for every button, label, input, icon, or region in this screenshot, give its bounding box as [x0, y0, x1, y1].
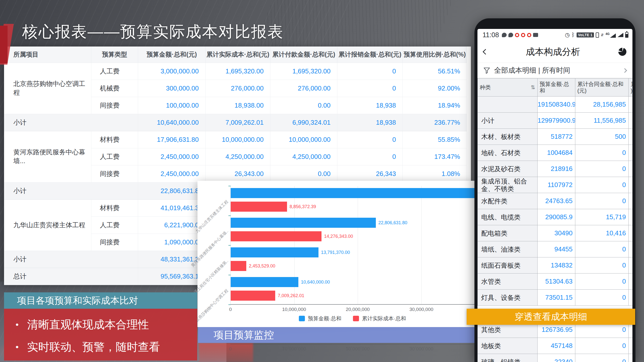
- axis-tick-label: 20,000,000: [346, 307, 370, 312]
- category-cell: 水管类: [478, 274, 538, 290]
- chevron-right-icon: [622, 68, 627, 73]
- cost-table-row[interactable]: 玻璃、铝镜类223400: [478, 354, 633, 362]
- row-label: 小计: [4, 114, 138, 131]
- cost-table-row[interactable]: 地板类4571480: [478, 338, 633, 354]
- legend-swatch-red: [353, 316, 359, 321]
- contract-amount-cell: 11,556,985: [575, 113, 629, 129]
- contract-amount-cell: 0: [575, 161, 629, 177]
- bullet-item: • 清晰直观体现成本合理性: [16, 317, 192, 332]
- table-row: 黄河东路便民服务中心幕墙...材料费17,906,631.8010,000,00…: [4, 131, 467, 148]
- clipped-cell: [629, 354, 633, 362]
- project-name-cell: 九华山庄贵宾楼主体工程: [4, 199, 91, 251]
- cost-table-row[interactable]: 集成吊顶、铝合金、不锈类11079720: [478, 177, 633, 193]
- cost-table-row[interactable]: 电线、电缆类290085.915,719: [478, 209, 633, 225]
- value-cell: 2,450,000.00: [138, 165, 206, 182]
- bar-value-label: 7,009,262.01: [278, 291, 304, 301]
- clipped-cell: [629, 241, 633, 257]
- contract-amount-cell: 0: [575, 338, 629, 354]
- cost-table-row[interactable]: 地砖、石材类10046840: [478, 145, 633, 161]
- contract-amount-cell: 10,416: [575, 225, 629, 241]
- clipped-cell: [629, 274, 633, 290]
- category-cell: 地板类: [478, 338, 538, 354]
- budget-bar: [231, 218, 376, 228]
- value-cell: 92.00%: [403, 80, 467, 97]
- value-cell: 1,695,320.00: [270, 63, 337, 80]
- filter-row[interactable]: 全部成本明细 | 所有时间: [477, 63, 632, 78]
- chart-caption-bar: 项目预算监控: [198, 327, 474, 343]
- actual-cost-bar: [231, 291, 275, 301]
- bullet-text: 实时联动、预警，随时查看: [27, 340, 160, 354]
- budget-amount-cell: 22340: [538, 354, 575, 362]
- value-cell: 7,009,262.01: [206, 114, 270, 131]
- axis-tick: [228, 215, 231, 216]
- legend-label: 预算金额·总和: [308, 315, 341, 322]
- cost-table-row[interactable]: 配电箱类3049010,416: [478, 225, 633, 241]
- page-title: 核心报表——预算实际成本对比报表: [22, 21, 284, 42]
- contract-amount-cell: 0: [575, 257, 629, 274]
- axis-tick: [228, 186, 231, 186]
- contract-amount-cell: 0: [575, 177, 629, 193]
- wechat-icon: [502, 33, 507, 37]
- value-cell: 10,640,000.00: [138, 114, 206, 131]
- budget-amount-cell: 129979900.94: [538, 113, 575, 129]
- cost-table-row[interactable]: 水配件类24763.650: [478, 193, 633, 209]
- chart-legend: 预算金额·总和 累计实际成本·总和: [230, 315, 474, 322]
- value-cell: 18,938.00: [206, 97, 270, 114]
- data-arrows-icon: ⇵: [601, 33, 604, 37]
- budget-amount-cell: 191508340.94: [538, 97, 575, 113]
- chart-plot-area: 九华山庄贵宾楼主体工程黄河东路便民服务中心幕墙..兰溪上苑住宅小区精装修第..北…: [230, 186, 474, 305]
- highlights-box: • 清晰直观体现成本合理性 • 实时联动、预警，随时查看: [4, 309, 197, 360]
- bar-value-label: 10,640,000.00: [301, 277, 330, 287]
- signal-icon-2: [618, 33, 623, 37]
- cost-table-row[interactable]: 木材、板材类518772500: [478, 129, 633, 145]
- category-cell: 地砖、石材类: [478, 145, 538, 161]
- axis-tick-label-mirrored: 30,000,000: [409, 346, 433, 351]
- clipped-cell: [629, 209, 633, 225]
- column-header: 累计实际成本·总和(元): [206, 47, 270, 63]
- cost-table-row[interactable]: 灯具、设备类73501.150: [478, 290, 633, 306]
- cost-table-row[interactable]: 水管类51304.630: [478, 274, 633, 290]
- back-chevron-icon[interactable]: [483, 49, 489, 55]
- clipped-cell: [629, 338, 633, 354]
- value-cell: 95,569,363.1: [138, 268, 206, 285]
- clipped-cell: [629, 145, 633, 161]
- cost-table-header-row: 种类 ⇅ 预算金额·总和 累计合同金额·总和(元) 累 ): [478, 78, 633, 97]
- notification-ring-icon: [521, 33, 525, 37]
- bullet-item: • 实时联动、预警，随时查看: [16, 340, 192, 354]
- gridline: [358, 186, 358, 304]
- value-cell: 276,000.00: [270, 80, 337, 97]
- value-cell: 22,806,631.8: [138, 182, 206, 199]
- axis-tick-label: 30,000,000: [409, 307, 433, 312]
- axis-tick-label-mirrored: 0: [229, 346, 232, 351]
- cost-table-row[interactable]: 纸面石膏板类1348320: [478, 257, 633, 274]
- page-header-title: 成本构成分析: [526, 46, 580, 58]
- actual-cost-bar: [231, 261, 246, 271]
- axis-tick-label-mirrored: 10,000,000: [282, 346, 306, 351]
- budget-type-cell: 人工费: [91, 148, 138, 165]
- cost-table-row[interactable]: 墙纸、油漆类944550: [478, 241, 633, 257]
- category-cell: 纸面石膏板类: [478, 257, 538, 274]
- cost-table-row[interactable]: 小计129979900.9411,556,985: [478, 113, 633, 129]
- legend-item-actual: 累计实际成本·总和: [353, 315, 406, 322]
- axis-tick: [228, 304, 231, 305]
- contract-amount-cell: 0: [575, 274, 629, 290]
- budget-amount-cell: 518772: [538, 129, 575, 145]
- wechat-icon: [508, 33, 513, 37]
- pie-chart-icon[interactable]: [618, 48, 626, 56]
- budget-amount-cell: 94455: [538, 241, 575, 257]
- value-cell: 3,000,000.00: [138, 63, 206, 80]
- sort-icon[interactable]: ⇅: [531, 84, 535, 91]
- funnel-icon: [484, 67, 490, 74]
- column-header: 累 ): [629, 78, 633, 97]
- chart-reflection: 010,000,00020,000,00030,000,000: [230, 344, 474, 354]
- column-header: 种类 ⇅: [478, 78, 538, 97]
- value-cell: 276,000.00: [206, 80, 270, 97]
- table-row-subtotal: 小计10,640,000.007,009,262.016,990,324.011…: [4, 114, 467, 131]
- budget-type-cell: 间接费: [91, 97, 138, 114]
- cost-table-row[interactable]: 水泥及砂石类2189160: [478, 161, 633, 177]
- bluetooth-icon: ᛒ: [572, 32, 575, 38]
- table-row: 北京燕莎购物中心空调工程人工费3,000,000.001,695,320.001…: [4, 63, 467, 80]
- value-cell: 4,250,000.00: [270, 148, 337, 165]
- cost-table-row[interactable]: 191508340.9428,156,985: [478, 97, 633, 113]
- budget-chart-panel: 九华山庄贵宾楼主体工程黄河东路便民服务中心幕墙..兰溪上苑住宅小区精装修第..北…: [197, 181, 474, 327]
